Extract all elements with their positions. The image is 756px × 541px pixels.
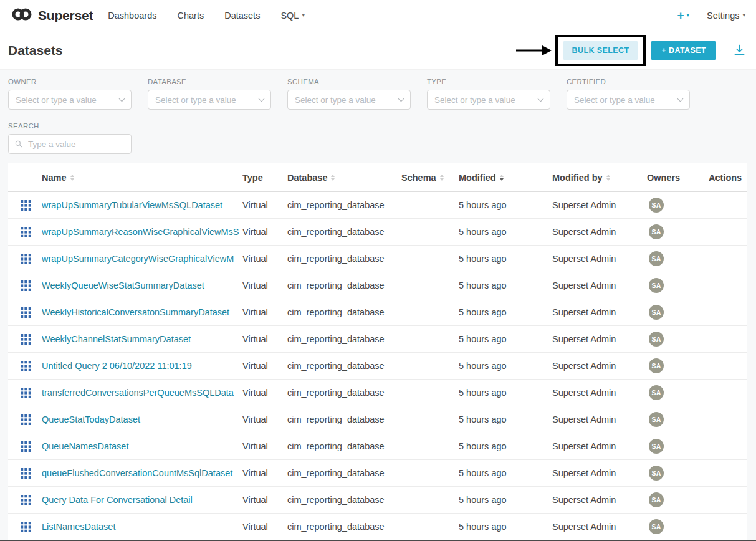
owner-filter-label: OWNER — [8, 78, 132, 85]
dataset-modified-by-cell: Superset Admin — [552, 441, 647, 451]
dataset-grid-icon — [21, 495, 31, 505]
column-header-database[interactable]: Database — [287, 173, 401, 183]
dataset-name-cell: WeeklyChannelStatSummaryDataset — [42, 334, 242, 344]
dataset-modified-cell: 5 hours ago — [459, 307, 552, 317]
row-icon-cell — [8, 495, 42, 505]
owner-avatar[interactable]: SA — [649, 492, 664, 507]
column-header-owners: Owners — [647, 173, 709, 183]
dataset-name-link[interactable]: queueFlushedConversationCountMsSqlDatase… — [42, 468, 232, 478]
owner-avatar[interactable]: SA — [649, 385, 664, 400]
owner-avatar[interactable]: SA — [649, 251, 664, 266]
database-filter-placeholder: Select or type a value — [155, 95, 236, 105]
certified-filter-select[interactable]: Select or type a value — [567, 90, 690, 110]
filters-row: OWNER Select or type a value DATABASE Se… — [8, 78, 747, 110]
type-filter-select[interactable]: Select or type a value — [427, 90, 550, 110]
dataset-type-cell: Virtual — [242, 280, 287, 290]
dataset-owners-cell: SA — [647, 198, 709, 213]
owner-avatar[interactable]: SA — [649, 198, 664, 213]
owner-avatar[interactable]: SA — [649, 519, 664, 534]
schema-filter-select[interactable]: Select or type a value — [287, 90, 411, 110]
column-header-actions: Actions — [709, 173, 747, 183]
new-item-menu-button[interactable]: + ▾ — [677, 9, 689, 21]
nav-charts[interactable]: Charts — [177, 11, 204, 21]
type-filter-placeholder: Select or type a value — [434, 95, 515, 105]
table-row: ListNamesDataset Virtual cim_reporting_d… — [8, 514, 747, 540]
dataset-modified-by-cell: Superset Admin — [552, 361, 647, 371]
add-dataset-button[interactable]: + DATASET — [651, 41, 716, 60]
title-bar: Datasets BULK SELECT + DATASET — [0, 31, 756, 70]
dataset-type-cell: Virtual — [242, 227, 287, 237]
dataset-modified-cell: 5 hours ago — [459, 468, 552, 478]
dataset-name-cell: WeeklyQueueWiseStatSummaryDataset — [42, 280, 242, 290]
table-row: QueueStatTodayDataset Virtual cim_report… — [8, 406, 747, 433]
column-header-modified-by[interactable]: Modified by — [552, 173, 647, 183]
dataset-type-cell: Virtual — [242, 334, 287, 344]
dataset-name-link[interactable]: WeeklyQueueWiseStatSummaryDataset — [42, 280, 204, 290]
dataset-grid-icon — [21, 227, 31, 237]
dataset-name-cell: wrapUpSummaryTubularViewMsSQLDataset — [42, 200, 242, 210]
dataset-grid-icon — [21, 361, 31, 371]
dataset-name-link[interactable]: WeeklyChannelStatSummaryDataset — [42, 334, 191, 344]
search-input[interactable] — [27, 139, 125, 150]
dataset-name-link[interactable]: Untitled Query 2 06/10/2022 11:01:19 — [42, 361, 192, 371]
column-header-schema[interactable]: Schema — [401, 173, 459, 183]
dataset-name-cell: wrapUpSummaryCategoryWiseGraphicalViewM — [42, 254, 242, 264]
datasets-table: Name Type Database Schema Modified Modif… — [8, 163, 747, 540]
owner-filter-select[interactable]: Select or type a value — [8, 90, 132, 110]
owner-avatar[interactable]: SA — [649, 278, 664, 293]
dataset-database-cell: cim_reporting_database — [287, 495, 401, 505]
table-row: WeeklyQueueWiseStatSummaryDataset Virtua… — [8, 272, 747, 299]
owner-avatar[interactable]: SA — [649, 466, 664, 481]
owner-avatar[interactable]: SA — [649, 358, 664, 373]
row-icon-cell — [8, 468, 42, 479]
settings-menu-button[interactable]: Settings ▾ — [707, 11, 745, 21]
dataset-modified-by-cell: Superset Admin — [552, 307, 647, 317]
dataset-grid-icon — [21, 254, 31, 264]
title-actions: BULK SELECT + DATASET — [515, 35, 746, 66]
owner-avatar[interactable]: SA — [649, 332, 664, 347]
dataset-name-link[interactable]: WeeklyHistoricalConversatonSummaryDatase… — [42, 307, 229, 317]
dataset-name-link[interactable]: QueueNamesDataset — [42, 441, 128, 451]
nav-sql[interactable]: SQL▾ — [280, 11, 305, 21]
dataset-name-link[interactable]: QueueStatTodayDataset — [42, 414, 140, 424]
bulk-select-button[interactable]: BULK SELECT — [563, 41, 638, 60]
schema-filter-label: SCHEMA — [287, 78, 411, 85]
owner-avatar[interactable]: SA — [649, 305, 664, 320]
dataset-owners-cell: SA — [647, 251, 709, 266]
nav-dashboards[interactable]: Dashboards — [108, 11, 156, 21]
owner-avatar[interactable]: SA — [649, 224, 664, 239]
column-header-modified[interactable]: Modified — [459, 173, 552, 183]
dataset-name-link[interactable]: Query Data For Conversational Detail — [42, 495, 193, 505]
sort-desc-icon — [500, 175, 504, 181]
column-header-name[interactable]: Name — [42, 173, 242, 183]
row-icon-cell — [8, 280, 42, 291]
table-row: transferredConversationsPerQueueMsSQLDat… — [8, 380, 747, 406]
filter-certified: CERTIFIED Select or type a value — [567, 78, 690, 110]
dataset-owners-cell: SA — [647, 412, 709, 427]
owner-avatar[interactable]: SA — [649, 439, 664, 454]
nav-datasets[interactable]: Datasets — [224, 11, 260, 21]
search-icon — [14, 140, 23, 148]
dataset-name-link[interactable]: wrapUpSummaryCategoryWiseGraphicalViewM — [42, 254, 234, 264]
row-icon-cell — [8, 414, 42, 425]
database-filter-select[interactable]: Select or type a value — [148, 90, 271, 110]
chevron-down-icon — [259, 96, 265, 102]
row-icon-cell — [8, 334, 42, 345]
dataset-database-cell: cim_reporting_database — [287, 441, 401, 451]
dataset-grid-icon — [21, 200, 31, 211]
dataset-name-link[interactable]: ListNamesDataset — [42, 522, 115, 532]
dataset-name-cell: Query Data For Conversational Detail — [42, 495, 242, 505]
dataset-type-cell: Virtual — [242, 200, 287, 210]
filter-schema: SCHEMA Select or type a value — [287, 78, 411, 110]
table-row: queueFlushedConversationCountMsSqlDatase… — [8, 460, 747, 487]
dataset-type-cell: Virtual — [242, 388, 287, 398]
dataset-name-link[interactable]: wrapUpSummaryReasonWiseGraphicalViewMsS — [42, 227, 239, 237]
download-button[interactable] — [733, 44, 746, 57]
superset-brand[interactable]: Superset — [11, 7, 93, 24]
navbar: Superset Dashboards Charts Datasets SQL▾… — [0, 0, 756, 31]
caret-down-icon: ▾ — [687, 12, 690, 18]
dataset-type-cell: Virtual — [242, 522, 287, 532]
owner-avatar[interactable]: SA — [649, 412, 664, 427]
dataset-name-link[interactable]: wrapUpSummaryTubularViewMsSQLDataset — [42, 200, 222, 210]
dataset-name-link[interactable]: transferredConversationsPerQueueMsSQLDat… — [42, 388, 234, 398]
